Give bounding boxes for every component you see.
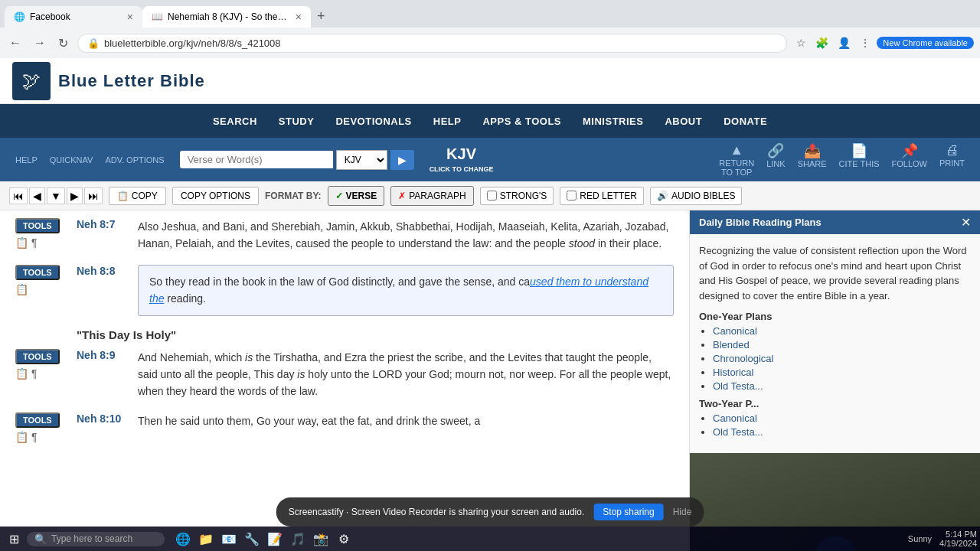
site-header: 🕊 Blue Letter Bible LOGIN ⚙ xyxy=(0,58,980,104)
adv-options-link[interactable]: ADV. OPTIONS xyxy=(105,155,164,165)
taskbar-app2-icon[interactable]: 📝 xyxy=(264,528,286,549)
copy-toolbar: ⏮ ◀ ▼ ▶ ⏭ 📋 COPY COPY OPTIONS FORMAT BY:… xyxy=(0,181,980,210)
list-item: Old Testa... xyxy=(713,426,971,438)
address-bar[interactable]: 🔒 blueletterbible.org/kjv/neh/8/8/s_4210… xyxy=(77,34,787,53)
version-select[interactable]: KJVESVNIVNASB xyxy=(336,150,387,170)
search-go-button[interactable]: ▶ xyxy=(390,150,414,170)
copy-options-button[interactable]: COPY OPTIONS xyxy=(172,187,259,205)
verse-row-neh89: TOOLS 📋 ¶ Neh 8:9 And Nehemiah, which is… xyxy=(15,349,674,400)
format-label: FORMAT BY: xyxy=(265,191,322,201)
account-button[interactable]: 👤 xyxy=(835,34,854,52)
canonical-link-1yr[interactable]: Canonical xyxy=(713,325,757,337)
quicknav-link[interactable]: QUICKNAV xyxy=(50,155,93,165)
taskbar-app1-icon[interactable]: 🔧 xyxy=(241,528,263,549)
nav-donate[interactable]: DONATE xyxy=(713,116,778,127)
settings-icon[interactable]: ⚙ xyxy=(945,73,968,88)
copy-button[interactable]: 📋 COPY xyxy=(109,187,166,205)
red-letter-checkbox[interactable] xyxy=(567,191,577,201)
search-links: HELP QUICKNAV ADV. OPTIONS xyxy=(15,155,165,165)
list-item: Blended xyxy=(713,339,971,350)
nav-search[interactable]: SEARCH xyxy=(202,116,268,127)
reload-button[interactable]: ↻ xyxy=(55,33,71,54)
verse-format-button[interactable]: ✓ VERSE xyxy=(328,186,385,206)
list-item: Canonical xyxy=(713,325,971,337)
tab-close-bible[interactable]: × xyxy=(296,11,302,23)
verse-search-input[interactable] xyxy=(180,151,333,168)
tools-button-neh87[interactable]: TOOLS xyxy=(15,218,60,233)
nav-help[interactable]: HELP xyxy=(423,116,472,127)
screen-share-bar: Screencastify · Screen Video Recorder is… xyxy=(276,497,704,527)
taskbar-mail-icon[interactable]: 📧 xyxy=(218,528,240,549)
new-chrome-badge[interactable]: New Chrome available xyxy=(877,37,974,49)
red-letter-button[interactable]: RED LETTER xyxy=(560,187,644,205)
paragraph-format-button[interactable]: ✗ PARAGRAPH xyxy=(390,186,473,206)
verse-row-neh87: TOOLS 📋 ¶ Neh 8:7 Also Jeshua, and Bani,… xyxy=(15,218,674,253)
nav-prev-button[interactable]: ◀ xyxy=(29,187,45,204)
follow-action[interactable]: 📌FOLLOW xyxy=(892,142,927,177)
cite-this-action[interactable]: 📄CITE THIS xyxy=(839,142,880,177)
help-link[interactable]: HELP xyxy=(15,155,38,165)
forward-button[interactable]: → xyxy=(31,33,49,53)
taskbar-explorer-icon[interactable]: 📁 xyxy=(195,528,217,549)
tools-button-neh89[interactable]: TOOLS xyxy=(15,349,60,364)
strongs-checkbox[interactable] xyxy=(487,191,497,201)
login-button[interactable]: LOGIN xyxy=(886,75,936,86)
kjv-info[interactable]: KJV CLICK TO CHANGE xyxy=(430,145,494,174)
nav-last-button[interactable]: ⏭ xyxy=(84,187,103,204)
back-button[interactable]: ← xyxy=(6,33,24,53)
header-actions: ▲RETURNTO TOP 🔗LINK 📤SHARE 📄CITE THIS 📌F… xyxy=(719,142,965,177)
copy-verse-icon-neh810[interactable]: 📋 xyxy=(15,431,28,443)
strongs-button[interactable]: STRONG'S xyxy=(480,187,554,205)
return-to-top-action[interactable]: ▲RETURNTO TOP xyxy=(719,142,754,177)
taskbar-search[interactable]: 🔍 Type here to search xyxy=(27,532,165,546)
paragraph-mark-neh87: ¶ xyxy=(31,236,38,249)
verse-tools-neh810: TOOLS 📋 ¶ xyxy=(15,412,77,443)
nav-first-button[interactable]: ⏮ xyxy=(9,187,28,204)
menu-button[interactable]: ⋮ xyxy=(857,34,874,52)
nav-ministries[interactable]: MINISTRIES xyxy=(572,116,654,127)
tab-facebook[interactable]: 🌐 Facebook × xyxy=(5,6,142,28)
verse-text-neh810: Then he said unto them, Go your way, eat… xyxy=(138,412,674,443)
tab-favicon-facebook: 🌐 xyxy=(14,11,25,22)
extensions-button[interactable]: 🧩 xyxy=(812,34,831,52)
copy-verse-icon-neh88[interactable]: 📋 xyxy=(15,283,28,295)
site-navigation: SEARCH STUDY DEVOTIONALS HELP APPS & TOO… xyxy=(0,104,980,138)
tools-button-neh810[interactable]: TOOLS xyxy=(15,412,60,428)
blended-link[interactable]: Blended xyxy=(713,339,750,350)
paragraph-mark-neh810: ¶ xyxy=(31,431,38,443)
taskbar-app3-icon[interactable]: 🎵 xyxy=(287,528,309,549)
link-action[interactable]: 🔗LINK xyxy=(766,142,785,177)
print-action[interactable]: 🖨PRINT xyxy=(939,142,965,177)
copy-verse-icon-neh89[interactable]: 📋 xyxy=(15,367,28,380)
sidebar-close-button[interactable]: ✕ xyxy=(961,215,971,230)
taskbar-chrome-icon[interactable]: 🌐 xyxy=(172,528,194,549)
nav-study[interactable]: STUDY xyxy=(268,116,325,127)
nav-about[interactable]: ABOUT xyxy=(654,116,713,127)
old-testament-link-2yr[interactable]: Old Testa... xyxy=(713,426,763,438)
bookmark-button[interactable]: ☆ xyxy=(793,34,809,52)
canonical-link-2yr[interactable]: Canonical xyxy=(713,412,757,424)
historical-link[interactable]: Historical xyxy=(713,367,753,378)
nav-devotionals[interactable]: DEVOTIONALS xyxy=(325,116,422,127)
share-action[interactable]: 📤SHARE xyxy=(798,142,827,177)
verse-ref-neh88: Neh 8:8 xyxy=(77,265,116,277)
sidebar-content: Recognizing the value of consistent refl… xyxy=(690,234,980,453)
copy-verse-icon-neh87[interactable]: 📋 xyxy=(15,236,28,249)
hide-sharing-button[interactable]: Hide xyxy=(673,507,692,517)
tab-close-facebook[interactable]: × xyxy=(127,11,133,23)
taskbar-status: Sunny xyxy=(908,534,932,543)
old-testament-link-1yr[interactable]: Old Testa... xyxy=(713,380,763,392)
tab-bible[interactable]: 📖 Nehemiah 8 (KJV) - So they re... × xyxy=(142,6,311,28)
taskbar-right: Sunny 5:14 PM 4/19/2024 xyxy=(908,530,977,548)
tools-button-neh88[interactable]: TOOLS xyxy=(15,265,60,280)
audio-bibles-button[interactable]: 🔊 AUDIO BIBLES xyxy=(650,187,742,205)
taskbar-app5-icon[interactable]: ⚙ xyxy=(333,528,354,549)
new-tab-button[interactable]: + xyxy=(311,8,332,24)
start-button[interactable]: ⊞ xyxy=(3,529,25,549)
chronological-link[interactable]: Chronological xyxy=(713,353,774,364)
nav-down-button[interactable]: ▼ xyxy=(47,187,65,204)
taskbar-app4-icon[interactable]: 📸 xyxy=(310,528,332,549)
nav-next-button[interactable]: ▶ xyxy=(67,187,83,204)
stop-sharing-button[interactable]: Stop sharing xyxy=(593,504,663,520)
nav-apps-tools[interactable]: APPS & TOOLS xyxy=(472,116,572,127)
